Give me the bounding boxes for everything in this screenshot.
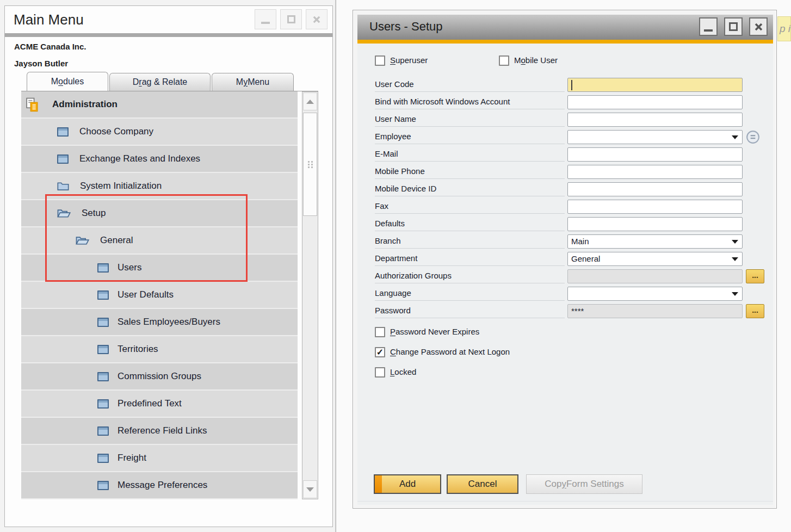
maximize-icon xyxy=(729,22,738,31)
choose-from-list-icon[interactable] xyxy=(746,130,760,144)
password-label: Password xyxy=(375,304,565,318)
chevron-down-icon xyxy=(732,292,738,296)
password-field: **** xyxy=(567,304,743,318)
user-name-label: User Name xyxy=(375,113,565,127)
minimize-icon xyxy=(261,22,270,24)
window-square-icon xyxy=(97,290,109,300)
window-square-icon xyxy=(97,372,109,381)
gold-accent-bar xyxy=(357,40,773,44)
email-input[interactable] xyxy=(567,147,743,162)
superuser-label: Superuser xyxy=(390,55,428,65)
authorization-groups-label: Authorization Groups xyxy=(375,269,565,283)
window-square-icon xyxy=(97,454,109,463)
scroll-down-button[interactable] xyxy=(303,480,317,498)
password-never-expires-checkbox[interactable] xyxy=(375,327,385,337)
close-icon xyxy=(312,15,321,24)
dialog-title: Users - Setup xyxy=(369,20,443,34)
tree-item-territories[interactable]: Territories xyxy=(21,336,298,363)
tree-item-message-preferences[interactable]: Message Preferences xyxy=(21,472,298,499)
dialog-window-controls xyxy=(699,17,768,36)
background-tooltip-fragment: p i xyxy=(777,16,791,41)
background-divider xyxy=(335,0,336,532)
tab-my-menu[interactable]: My Menu xyxy=(212,73,294,91)
tree-item-setup[interactable]: Setup xyxy=(21,200,298,227)
tab-drag-and-relate[interactable]: Drag & Relate xyxy=(109,73,211,91)
dialog-content: Superuser Mobile User User Code Bind wit… xyxy=(357,44,773,505)
fax-label: Fax xyxy=(375,200,565,214)
window-controls xyxy=(255,9,327,29)
email-label: E-Mail xyxy=(375,147,565,162)
tree-item-general[interactable]: General xyxy=(21,227,298,255)
minimize-button[interactable] xyxy=(255,9,276,29)
tree-item-freight[interactable]: Freight xyxy=(21,445,298,472)
main-menu-titlebar[interactable]: Main Menu xyxy=(5,6,332,33)
password-edit-button[interactable]: ... xyxy=(746,304,764,318)
employee-label: Employee xyxy=(375,130,565,144)
chevron-down-icon xyxy=(732,257,738,261)
locked-label: Locked xyxy=(390,367,416,376)
tree-item-sales-employees-buyers[interactable]: Sales Employees/Buyers xyxy=(21,309,298,336)
password-never-expires-label: Password Never Expires xyxy=(390,327,479,336)
module-tree: Administration Choose Company Exchange R… xyxy=(21,91,318,499)
desktop-background: p i Main Menu ACME Canada Inc. Jayson Bu… xyxy=(0,0,791,532)
tree-item-administration[interactable]: Administration xyxy=(21,91,298,119)
tree-item-commission-groups[interactable]: Commission Groups xyxy=(21,363,298,391)
grip-dots-icon xyxy=(308,161,310,163)
defaults-input[interactable] xyxy=(567,217,743,231)
scrollbar-thumb[interactable] xyxy=(303,113,317,216)
window-square-icon xyxy=(97,399,109,409)
minimize-icon xyxy=(704,29,713,32)
tree-item-user-defaults[interactable]: User Defaults xyxy=(21,282,298,309)
window-square-icon xyxy=(97,426,109,436)
fax-input[interactable] xyxy=(567,200,743,214)
tree-item-system-initialization[interactable]: System Initialization xyxy=(21,173,298,200)
tree-item-choose-company[interactable]: Choose Company xyxy=(21,119,298,146)
window-square-icon xyxy=(97,481,109,490)
maximize-button[interactable] xyxy=(280,9,302,29)
close-icon xyxy=(754,22,763,32)
locked-checkbox[interactable] xyxy=(375,367,385,378)
tree-scrollbar[interactable] xyxy=(302,91,318,499)
branch-dropdown[interactable]: Main xyxy=(567,234,743,249)
user-name-input[interactable] xyxy=(567,113,743,127)
menu-tabs: Modules Drag & Relate My Menu xyxy=(27,73,294,91)
branch-label: Branch xyxy=(375,234,565,249)
cancel-button[interactable]: Cancel xyxy=(447,474,518,494)
company-name: ACME Canada Inc. xyxy=(14,42,86,51)
mobile-phone-input[interactable] xyxy=(567,165,743,179)
tree-item-exchange-rates-and-indexes[interactable]: Exchange Rates and Indexes xyxy=(21,146,298,173)
check-icon: ✓ xyxy=(376,348,384,357)
mobile-user-checkbox[interactable] xyxy=(499,55,509,66)
superuser-checkbox[interactable] xyxy=(375,55,385,66)
footer-divider xyxy=(357,501,773,502)
users-setup-dialog: Users - Setup Superuser Mobile User User… xyxy=(353,10,777,509)
dialog-titlebar[interactable]: Users - Setup xyxy=(357,15,773,40)
tree-item-predefined-text[interactable]: Predefined Text xyxy=(21,391,298,418)
copy-form-settings-button: Copy Form Settings xyxy=(526,474,642,494)
tab-modules[interactable]: Modules xyxy=(27,72,108,91)
add-button[interactable]: Add xyxy=(374,474,441,494)
authorization-groups-browse-button[interactable]: ... xyxy=(746,269,764,283)
bind-windows-account-input[interactable] xyxy=(567,95,743,109)
change-password-next-logon-checkbox[interactable]: ✓ xyxy=(375,347,385,357)
close-button[interactable] xyxy=(306,9,327,29)
close-button[interactable] xyxy=(749,17,768,36)
department-dropdown[interactable]: General xyxy=(567,252,743,266)
maximize-button[interactable] xyxy=(724,17,743,36)
change-password-next-logon-label: Change Password at Next Logon xyxy=(390,347,510,356)
tree-item-reference-field-links[interactable]: Reference Field Links xyxy=(21,418,298,445)
scroll-up-button[interactable] xyxy=(303,92,317,110)
folder-open-icon xyxy=(76,236,89,245)
user-code-input[interactable] xyxy=(567,78,743,92)
folder-open-icon xyxy=(57,208,71,218)
mobile-device-id-input[interactable] xyxy=(567,182,743,196)
employee-dropdown[interactable] xyxy=(567,130,743,144)
minimize-button[interactable] xyxy=(699,17,718,36)
default-button-accent xyxy=(375,475,382,493)
user-name: Jayson Butler xyxy=(14,59,68,68)
language-dropdown[interactable] xyxy=(567,287,743,301)
titlebar-divider xyxy=(5,33,332,37)
window-square-icon xyxy=(57,154,69,164)
tree-item-users[interactable]: Users xyxy=(21,255,298,282)
authorization-groups-field xyxy=(567,269,743,283)
